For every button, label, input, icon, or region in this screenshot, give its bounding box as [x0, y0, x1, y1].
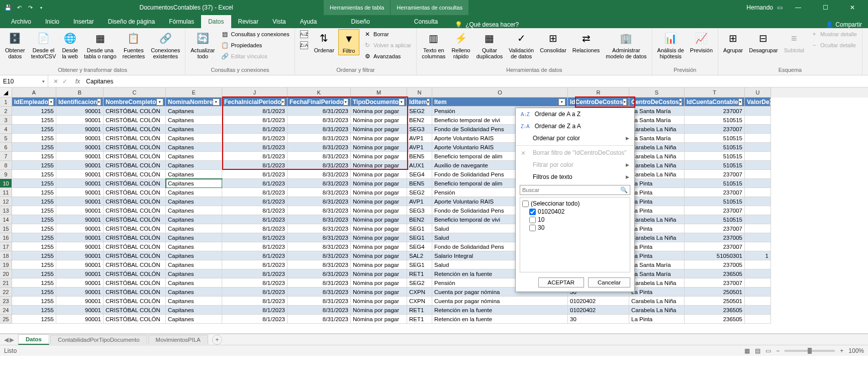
cell[interactable]: Carabela La Niña	[629, 170, 685, 179]
cell[interactable]: 8/1/2023	[222, 152, 287, 161]
maximize-button[interactable]: ☐	[814, 0, 837, 15]
cell[interactable]: Capitanes	[166, 215, 222, 224]
cell[interactable]: Capitanes	[166, 179, 222, 188]
cell[interactable]: 90001	[56, 297, 104, 306]
clear-filter-button[interactable]: ✕Borrar	[361, 29, 413, 39]
cell[interactable]: 8/31/2023	[287, 206, 351, 215]
cell[interactable]: Carabela La Niña	[629, 306, 685, 315]
col-header[interactable]: N	[407, 87, 432, 98]
tab-formulas[interactable]: Fórmulas	[162, 15, 201, 28]
cell[interactable]: Capitanes	[166, 224, 222, 233]
cell[interactable]: 8/1/2023	[222, 161, 287, 170]
cell[interactable]: SEG3	[407, 206, 432, 215]
sheet-nav-last-icon[interactable]: ▶	[10, 336, 14, 343]
cell[interactable]: 1	[745, 251, 771, 260]
col-header[interactable]: E	[166, 87, 222, 98]
refresh-all-button[interactable]: 🔄Actualizartodo	[188, 29, 217, 60]
formula-input[interactable]: Capitanes	[83, 78, 868, 85]
filter-dropdown-icon[interactable]: ▾	[156, 99, 163, 106]
cell[interactable]: Carabela La Niña	[629, 297, 685, 306]
hide-detail-button[interactable]: −Ocultar detalle	[808, 40, 859, 50]
table-header-cell[interactable]: NombreCompleto▾	[104, 98, 166, 107]
cell[interactable]: Nómina por pagar	[351, 269, 407, 278]
cell[interactable]: 237007	[685, 242, 745, 251]
cell[interactable]: Capitanes	[166, 242, 222, 251]
sort-za-button[interactable]: Z↓A	[298, 40, 310, 50]
col-header[interactable]: K	[287, 87, 351, 98]
tab-file[interactable]: Archivo	[4, 15, 38, 28]
row-header[interactable]: 17	[0, 242, 12, 251]
properties-button[interactable]: 📋Propiedades	[219, 40, 292, 50]
cell[interactable]: 237007	[685, 170, 745, 179]
table-header-cell[interactable]: FechaInicialPeriodo▾	[222, 98, 287, 107]
cell[interactable]: CRISTÓBAL COLÓN	[104, 242, 166, 251]
relationships-button[interactable]: ⇄Relaciones	[570, 29, 602, 54]
remove-dup-button[interactable]: ▦Quitarduplicados	[474, 29, 505, 60]
cell[interactable]: Nómina por pagar	[351, 161, 407, 170]
sort-button[interactable]: ⇅Ordenar	[312, 29, 336, 54]
new-sheet-button[interactable]: +	[212, 335, 222, 345]
save-icon[interactable]: 💾	[4, 4, 12, 12]
cell[interactable]: 1255	[12, 297, 56, 306]
cell[interactable]: 1255	[12, 315, 56, 324]
share-button[interactable]: 👤 Compartir	[826, 21, 862, 28]
cell[interactable]: 1255	[12, 233, 56, 242]
cell[interactable]: 1255	[12, 278, 56, 288]
cell[interactable]: BEN5	[407, 179, 432, 188]
cell[interactable]	[745, 125, 771, 134]
cell[interactable]: Nómina por pagar	[351, 188, 407, 197]
show-detail-button[interactable]: +Mostrar detalle	[808, 29, 859, 39]
cell[interactable]: 1255	[12, 260, 56, 269]
cell[interactable]: 8/31/2023	[287, 179, 351, 188]
cell[interactable]: 90001	[56, 143, 104, 152]
cell[interactable]: Nómina por pagar	[351, 242, 407, 251]
row-header[interactable]: 14	[0, 215, 12, 224]
filter-dropdown-icon[interactable]: ▾	[623, 99, 627, 106]
view-layout-icon[interactable]: ▤	[755, 347, 760, 354]
cell[interactable]: Nómina por pagar	[351, 143, 407, 152]
cell[interactable]: 8/31/2023	[287, 116, 351, 125]
cell[interactable]: 90001	[56, 125, 104, 134]
cell[interactable]: Carabela La Niña	[629, 152, 685, 161]
row-header[interactable]: 8	[0, 161, 12, 170]
cell[interactable]: SEG4	[407, 170, 432, 179]
cell[interactable]: 8/1/2023	[222, 224, 287, 233]
col-header[interactable]: B	[56, 87, 104, 98]
cell[interactable]: 90001	[56, 161, 104, 170]
cell[interactable]: BEN2	[407, 116, 432, 125]
col-header[interactable]: T	[685, 87, 745, 98]
cell[interactable]: 8/1/2023	[222, 278, 287, 288]
cell[interactable]: Capitanes	[166, 188, 222, 197]
zoom-slider[interactable]	[785, 350, 835, 352]
checkbox[interactable]	[529, 209, 536, 215]
cell[interactable]: Nómina por pagar	[351, 179, 407, 188]
cell[interactable]: 90001	[56, 215, 104, 224]
filter-search[interactable]: 🔍	[520, 185, 630, 195]
cell[interactable]: 1255	[12, 251, 56, 260]
cell[interactable]: Nómina por pagar	[351, 215, 407, 224]
zoom-out-button[interactable]: −	[776, 347, 780, 354]
checkbox[interactable]	[529, 225, 536, 231]
cell[interactable]: 1255	[12, 288, 56, 297]
cell[interactable]: 8/31/2023	[287, 224, 351, 233]
cell[interactable]: 90001	[56, 206, 104, 215]
fx-icon[interactable]: fx	[72, 78, 83, 85]
cell[interactable]: La Pinta	[629, 197, 685, 206]
cell[interactable]: AUX1	[407, 161, 432, 170]
cell[interactable]: 8/1/2023	[222, 269, 287, 278]
cell[interactable]: 1255	[12, 179, 56, 188]
cell[interactable]: 8/31/2023	[287, 260, 351, 269]
data-validation-button[interactable]: ✓Validaciónde datos	[507, 29, 536, 60]
view-normal-icon[interactable]: ▦	[744, 347, 750, 354]
cell[interactable]: 237007	[685, 278, 745, 288]
cell[interactable]: Capitanes	[166, 251, 222, 260]
cell[interactable]: 1255	[12, 152, 56, 161]
cell[interactable]: Nómina por pagar	[351, 206, 407, 215]
table-header-cell[interactable]: ValorDe▾	[745, 98, 771, 107]
reapply-button[interactable]: ↻Volver a aplicar	[361, 40, 413, 50]
table-header-cell[interactable]: NominaNombre▾	[166, 98, 222, 107]
filter-dropdown-icon[interactable]: ▾	[97, 99, 101, 106]
cell[interactable]: 1255	[12, 306, 56, 315]
cell[interactable]: 8/31/2023	[287, 215, 351, 224]
cell[interactable]: 8/31/2023	[287, 134, 351, 143]
